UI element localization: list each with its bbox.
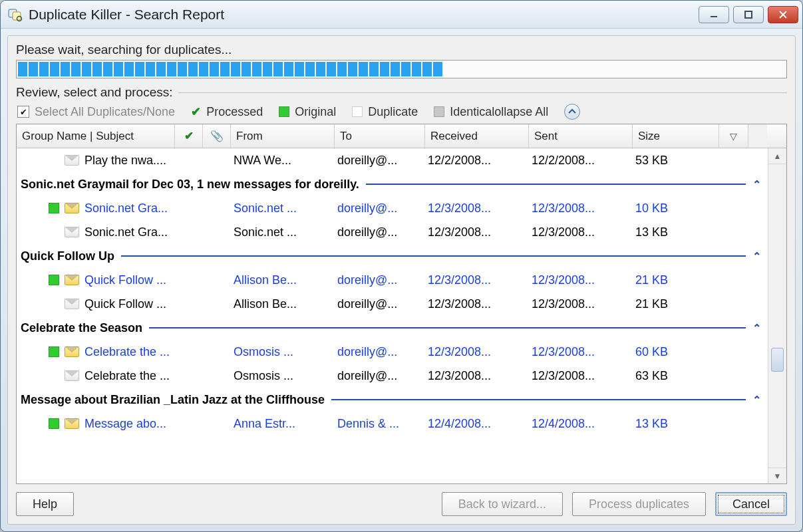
cell-received: 12/3/2008... bbox=[428, 369, 532, 383]
table-row[interactable]: Quick Follow ...Allison Be...doreilly@..… bbox=[17, 292, 768, 316]
cell-size: 60 KB bbox=[635, 345, 722, 359]
cell-to: Dennis & ... bbox=[337, 417, 428, 431]
group-header[interactable]: Message about Brazilian _Latin Jazz at t… bbox=[17, 388, 768, 412]
cell-sent: 12/3/2008... bbox=[532, 201, 635, 215]
cell-sent: 12/3/2008... bbox=[532, 225, 635, 239]
col-scroll-gutter bbox=[748, 124, 767, 148]
cell-to: doreilly@... bbox=[337, 345, 428, 359]
chevron-up-icon bbox=[568, 108, 576, 116]
scroll-down-arrow[interactable]: ▼ bbox=[768, 467, 786, 483]
cell-subject: Quick Follow ... bbox=[84, 273, 166, 287]
cell-received: 12/3/2008... bbox=[428, 201, 532, 215]
cell-to: doreilly@... bbox=[337, 297, 428, 311]
cell-sent: 12/3/2008... bbox=[532, 297, 635, 311]
envelope-icon bbox=[65, 370, 79, 381]
close-button[interactable] bbox=[768, 6, 798, 23]
legend-identical: Identicalollapse All bbox=[434, 105, 548, 119]
original-flag-icon bbox=[49, 346, 59, 357]
cell-size: 13 KB bbox=[635, 417, 722, 431]
progress-bar bbox=[16, 60, 787, 78]
paperclip-icon: 📎 bbox=[210, 130, 224, 142]
back-to-wizard-button[interactable]: Back to wizard... bbox=[442, 492, 563, 516]
review-label: Review, select and process: bbox=[16, 85, 787, 100]
process-duplicates-button[interactable]: Process duplicates bbox=[572, 492, 706, 516]
envelope-icon bbox=[65, 346, 79, 357]
results-grid: Group Name | Subject ✔ 📎 From To Receive… bbox=[16, 124, 787, 484]
checkmark-icon: ✔ bbox=[184, 129, 194, 143]
cell-size: 21 KB bbox=[635, 273, 722, 287]
help-button[interactable]: Help bbox=[16, 492, 74, 516]
window-title: Duplicate Killer - Search Report bbox=[29, 7, 699, 23]
group-header[interactable]: Sonic.net Graymail for Dec 03, 1 new mes… bbox=[17, 172, 768, 196]
col-size[interactable]: Size bbox=[633, 124, 719, 148]
legend-duplicate: Duplicate bbox=[352, 105, 418, 119]
col-sent[interactable]: Sent bbox=[529, 124, 633, 148]
square-white-icon bbox=[352, 106, 363, 117]
select-all-checkbox[interactable]: Select All Duplicates/None bbox=[17, 105, 175, 119]
minimize-button[interactable] bbox=[699, 6, 729, 23]
cell-to: doreilly@... bbox=[337, 369, 428, 383]
table-row[interactable]: Play the nwa....NWA We...doreilly@...12/… bbox=[17, 148, 768, 172]
group-title: Sonic.net Graymail for Dec 03, 1 new mes… bbox=[21, 178, 359, 192]
footer-buttons: Help Back to wizard... Process duplicate… bbox=[16, 492, 787, 516]
col-from[interactable]: From bbox=[231, 124, 335, 148]
grid-body: Play the nwa....NWA We...doreilly@...12/… bbox=[17, 148, 786, 483]
cell-received: 12/2/2008... bbox=[428, 154, 532, 168]
envelope-icon bbox=[65, 155, 79, 166]
cell-subject: Message abo... bbox=[84, 417, 166, 431]
legend-bar: Select All Duplicates/None ✔ Processed O… bbox=[17, 104, 787, 120]
chevron-up-icon[interactable]: ⌃ bbox=[752, 178, 768, 191]
cell-from: Allison Be... bbox=[234, 297, 337, 311]
table-row[interactable]: Quick Follow ...Allison Be...doreilly@..… bbox=[17, 268, 768, 292]
envelope-icon bbox=[65, 299, 79, 309]
col-received[interactable]: Received bbox=[425, 124, 529, 148]
collapse-all-button[interactable] bbox=[564, 104, 580, 120]
envelope-icon bbox=[65, 275, 79, 285]
cell-from: Sonic.net ... bbox=[234, 201, 337, 215]
group-header[interactable]: Quick Follow Up⌃ bbox=[17, 244, 768, 268]
cell-from: Allison Be... bbox=[234, 273, 337, 287]
table-row[interactable]: Celebrate the ...Osmosis ...doreilly@...… bbox=[17, 364, 768, 388]
cell-size: 53 KB bbox=[635, 154, 722, 168]
original-flag-icon bbox=[49, 418, 59, 429]
chevron-up-icon[interactable]: ⌃ bbox=[752, 322, 768, 334]
cell-from: Sonic.net ... bbox=[234, 225, 337, 239]
cell-sent: 12/4/2008... bbox=[532, 417, 635, 431]
col-attachment[interactable]: 📎 bbox=[203, 124, 231, 148]
cell-subject: Sonic.net Gra... bbox=[84, 225, 168, 239]
cell-sent: 12/3/2008... bbox=[532, 369, 635, 383]
svg-rect-4 bbox=[745, 11, 752, 18]
cell-to: doreilly@... bbox=[337, 225, 428, 239]
scroll-thumb[interactable] bbox=[771, 348, 784, 372]
group-title: Celebrate the Season bbox=[21, 321, 142, 335]
cell-sent: 12/3/2008... bbox=[532, 345, 635, 359]
cell-subject: Play the nwa.... bbox=[84, 154, 166, 168]
filter-icon: ▽ bbox=[730, 131, 737, 142]
table-row[interactable]: Sonic.net Gra...Sonic.net ...doreilly@..… bbox=[17, 196, 768, 220]
cell-received: 12/3/2008... bbox=[428, 273, 532, 287]
col-to[interactable]: To bbox=[335, 124, 425, 148]
cell-subject: Celebrate the ... bbox=[84, 369, 170, 383]
cell-received: 12/3/2008... bbox=[428, 225, 532, 239]
table-row[interactable]: Sonic.net Gra...Sonic.net ...doreilly@..… bbox=[17, 220, 768, 244]
checkmark-icon: ✔ bbox=[191, 104, 201, 119]
group-header[interactable]: Celebrate the Season⌃ bbox=[17, 316, 768, 340]
envelope-icon bbox=[65, 227, 79, 237]
cell-sent: 12/3/2008... bbox=[532, 273, 635, 287]
chevron-up-icon[interactable]: ⌃ bbox=[752, 394, 768, 406]
envelope-icon bbox=[65, 418, 79, 429]
scroll-up-arrow[interactable]: ▲ bbox=[768, 148, 786, 164]
group-title: Quick Follow Up bbox=[21, 249, 114, 263]
vertical-scrollbar[interactable]: ▲ ▼ bbox=[768, 148, 786, 483]
cancel-button[interactable]: Cancel bbox=[715, 492, 787, 516]
table-row[interactable]: Message abo...Anna Estr...Dennis & ...12… bbox=[17, 412, 768, 436]
grid-rows: Play the nwa....NWA We...doreilly@...12/… bbox=[17, 148, 768, 483]
maximize-button[interactable] bbox=[733, 6, 764, 23]
col-subject[interactable]: Group Name | Subject bbox=[17, 124, 175, 148]
chevron-up-icon[interactable]: ⌃ bbox=[752, 250, 768, 263]
col-checkmark[interactable]: ✔ bbox=[175, 124, 203, 148]
col-filter[interactable]: ▽ bbox=[719, 124, 748, 148]
table-row[interactable]: Celebrate the ...Osmosis ...doreilly@...… bbox=[17, 340, 768, 364]
cell-sent: 12/2/2008... bbox=[532, 154, 635, 168]
legend-original: Original bbox=[279, 105, 336, 119]
